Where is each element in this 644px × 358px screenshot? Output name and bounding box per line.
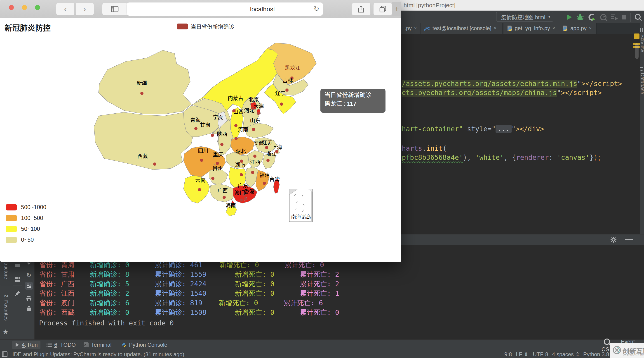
terminal-icon xyxy=(84,342,89,347)
capital-dot-香港 xyxy=(244,197,247,200)
safari-window: ‹ › localhost ↻ + 新冠肺炎防控 xyxy=(0,0,401,262)
layout-icon[interactable] xyxy=(14,276,22,283)
series-legend[interactable]: 当日省份新增确诊 xyxy=(177,22,234,30)
china-map[interactable]: 南海诸岛新疆西藏青海甘肃内蒙古宁夏陕西山西河北山东河南江苏安徽上海浙江湖北四川重… xyxy=(86,36,321,226)
range-swatch xyxy=(6,215,17,221)
bottom-tab-6-todo[interactable]: 6: TODO xyxy=(44,340,78,349)
right-tool-stripe xyxy=(640,23,644,234)
zoom-window-button[interactable] xyxy=(35,5,40,10)
tool-tab-favorites[interactable]: 2: Favorites xyxy=(3,295,9,321)
console-cell: 新增确诊: 6 xyxy=(90,297,129,307)
editor-tab-test@localhost[console][interactable]: test@localhost [console]× xyxy=(421,23,502,34)
chevron-down-icon: ▼ xyxy=(548,15,551,19)
capital-dot-安徽 xyxy=(253,154,256,158)
capital-dot-甘肃 xyxy=(211,134,214,137)
back-button[interactable]: ‹ xyxy=(56,3,74,15)
console-cell: 新增死亡: 0 xyxy=(235,269,274,279)
gear-icon[interactable] xyxy=(610,236,617,243)
capital-dot-天津 xyxy=(257,112,260,115)
bottom-tab-terminal[interactable]: Terminal xyxy=(81,340,114,349)
bottom-tab-python-console[interactable]: Python Console xyxy=(119,340,170,349)
province-label-江西: 江西 xyxy=(250,159,260,165)
map-tooltip: 当日省份新增确诊 黑龙江 : 117 xyxy=(320,89,386,113)
tab-overview-button[interactable] xyxy=(373,3,392,15)
file-status-marker xyxy=(634,34,640,39)
status-item-utf-8[interactable]: UTF-8 xyxy=(533,351,548,357)
bottom-tab-4-run[interactable]: 4: Run xyxy=(12,340,40,349)
province-label-黑龙江: 黑龙江 xyxy=(285,65,300,71)
close-window-button[interactable] xyxy=(9,5,14,10)
range-legend-item[interactable]: 0~50 xyxy=(6,237,34,243)
province-label-河南: 河南 xyxy=(238,126,248,132)
close-icon[interactable]: × xyxy=(552,25,555,31)
forward-button[interactable]: › xyxy=(76,3,94,15)
range-label: 50~100 xyxy=(21,226,40,232)
mysql-console-icon xyxy=(424,25,430,31)
minimize-window-button[interactable] xyxy=(22,5,27,10)
run-with-coverage-button[interactable] xyxy=(588,13,596,21)
run-configuration-select[interactable]: 疫情防控地图.html ▼ xyxy=(496,12,553,22)
province-label-贵州: 贵州 xyxy=(212,165,223,171)
code-editor[interactable]: /assets.pyecharts.org/assets/echarts.min… xyxy=(401,34,644,234)
console-cell: 累计确诊: 1508 xyxy=(155,307,206,317)
run-button[interactable] xyxy=(565,13,573,21)
province-label-西藏: 西藏 xyxy=(138,153,148,159)
console-cell: 新增死亡: 0 xyxy=(235,288,274,298)
debug-button[interactable] xyxy=(576,13,584,21)
close-icon[interactable]: × xyxy=(589,25,592,31)
console-cell: 新增死亡: 0 xyxy=(235,278,274,288)
database-icon xyxy=(640,67,644,71)
province-label-湖南: 湖南 xyxy=(235,162,246,168)
python-file-icon xyxy=(506,25,512,31)
share-button[interactable] xyxy=(352,3,370,15)
range-legend-item[interactable]: 50~100 xyxy=(6,226,40,232)
rerun-icon[interactable]: ↻ xyxy=(25,272,33,279)
status-item-9-8[interactable]: 9:8 xyxy=(504,351,512,357)
range-legend-item[interactable]: 500~1000 xyxy=(6,204,46,211)
close-icon[interactable]: × xyxy=(414,25,417,31)
screen: html [pythonProject] 疫情防控地图.html ▼ .py×t… xyxy=(0,0,644,358)
province-西藏[interactable] xyxy=(94,112,194,170)
editor-tab-.py[interactable]: .py× xyxy=(401,23,421,34)
code-line: ets.pyecharts.org/assets/maps/china.js">… xyxy=(402,89,602,97)
status-item-lf[interactable]: LF ⇕ xyxy=(516,351,528,357)
gutter-divider xyxy=(13,286,22,286)
console-cell: 累计死亡: 0 xyxy=(300,307,339,317)
address-bar[interactable]: localhost ↻ xyxy=(126,2,323,16)
editor-scrollbar[interactable] xyxy=(635,44,638,59)
scroll-to-end-icon[interactable] xyxy=(25,282,33,290)
print-icon[interactable] xyxy=(25,295,33,302)
run-configuration-name: 疫情防控地图.html xyxy=(501,13,545,21)
address-bar-url[interactable]: localhost xyxy=(127,6,275,13)
legend-swatch xyxy=(177,24,188,30)
close-icon[interactable]: × xyxy=(494,25,497,31)
hide-panel-icon[interactable] xyxy=(625,239,633,240)
ide-window-title: html [pythonProject] xyxy=(404,2,456,9)
favorites-star-icon: ★ xyxy=(3,328,8,336)
console-cell: 累计确诊: 1559 xyxy=(155,269,206,279)
editor-tab-app.py[interactable]: app.py× xyxy=(559,23,596,34)
tool-tab-database[interactable]: Database xyxy=(640,73,644,94)
province-label-山西: 山西 xyxy=(233,109,244,115)
province-label-上海: 上海 xyxy=(272,144,282,150)
tooltip-value: 黑龙江 : 117 xyxy=(324,99,382,108)
editor-tab-get_yq_info.py[interactable]: get_yq_info.py× xyxy=(504,23,559,34)
sidebar-button[interactable] xyxy=(102,3,128,15)
pin-icon[interactable] xyxy=(14,289,22,297)
tool-tab-sciview[interactable]: SciView xyxy=(640,34,644,52)
province-label-内蒙古: 内蒙古 xyxy=(228,95,243,101)
tool-windows-icon[interactable] xyxy=(2,351,8,357)
status-item-4-spaces[interactable]: 4 spaces ⇕ xyxy=(552,351,580,357)
reload-icon[interactable]: ↻ xyxy=(314,5,319,13)
search-everywhere-icon[interactable] xyxy=(634,13,642,21)
range-label: 500~1000 xyxy=(21,204,46,211)
range-legend-item[interactable]: 100~500 xyxy=(6,215,43,221)
code-line: /assets.pyecharts.org/assets/echarts.min… xyxy=(402,80,622,88)
capital-dot-湖南 xyxy=(240,173,243,176)
settings-square-icon[interactable] xyxy=(14,262,22,269)
status-message[interactable]: IDE and Plugin Updates: PyCharm is ready… xyxy=(12,351,184,357)
sidebar-icon xyxy=(111,6,119,12)
trash-icon[interactable] xyxy=(25,305,33,313)
brand-subtitle: CHUANG XIN HU LIAN xyxy=(623,353,644,356)
new-tab-button[interactable]: + xyxy=(392,2,401,16)
